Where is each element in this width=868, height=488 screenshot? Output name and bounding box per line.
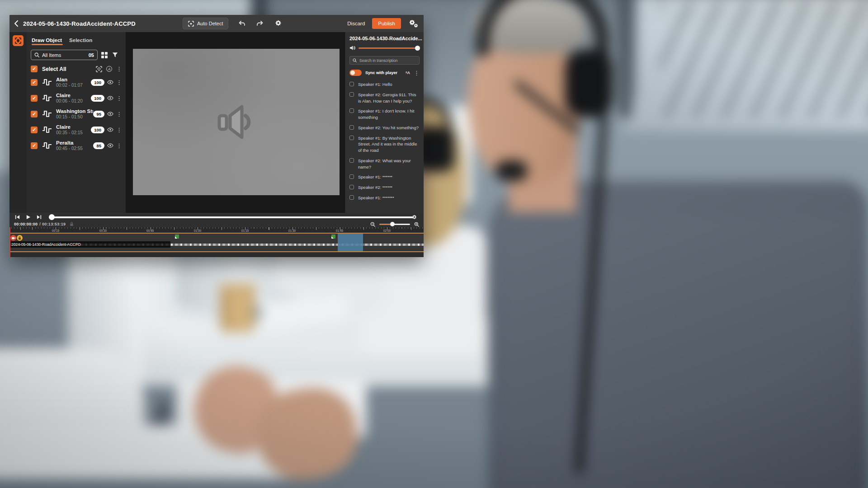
current-timecode: 00:00:00:00	[14, 222, 38, 226]
timeline-ruler[interactable]: 00:15 00:30 00:45 01:00 01:15 01:30 01:4…	[9, 227, 424, 233]
step-forward-icon[interactable]	[36, 214, 42, 221]
playback-progress-slider[interactable]	[49, 213, 413, 221]
step-back-icon[interactable]	[14, 214, 21, 221]
auto-detect-button[interactable]: Auto Detect	[183, 18, 228, 29]
timeline-settings-gear-icon[interactable]	[410, 214, 418, 221]
object-row-claire-1[interactable]: ✓ Claire 00:06 - 01:20 100 ⋮	[31, 93, 122, 103]
kebab-menu-icon[interactable]: ⋮	[116, 80, 122, 85]
timeline-zoom-thumb[interactable]	[390, 222, 395, 226]
timeline-zoom-slider[interactable]	[379, 224, 410, 225]
row-checkbox[interactable]: ✓	[31, 127, 38, 133]
publish-button[interactable]: Publish	[372, 18, 401, 29]
filter-icon[interactable]	[111, 51, 119, 59]
eye-icon[interactable]	[107, 96, 113, 100]
waveform-icon	[42, 77, 52, 87]
transcript-checkbox[interactable]	[349, 185, 354, 189]
kebab-menu-icon[interactable]: ⋮	[414, 70, 420, 76]
sync-with-player-toggle[interactable]	[349, 70, 362, 76]
object-row-claire-2[interactable]: ✓ Claire 00:35 - 02:15 100 ⋮	[31, 124, 122, 135]
redo-icon[interactable]	[255, 19, 264, 28]
kebab-menu-icon[interactable]: ⋮	[116, 66, 122, 72]
audio-track[interactable]: 2024-05-06-1430-RoadAccident-ACCPD	[9, 233, 424, 252]
transcript-line[interactable]: Speaker #1: Hello	[349, 81, 420, 88]
transcript-checkbox[interactable]	[349, 82, 354, 86]
timeline-marker-green[interactable]	[331, 235, 335, 239]
object-row-peralta[interactable]: ✓ Peralta 00:45 - 02:55 85 ⋮	[31, 140, 122, 151]
transcript-line[interactable]: Speaker #1: I don't know. I hit somethin…	[349, 108, 420, 121]
items-count: 05	[89, 52, 94, 58]
transcript-line[interactable]: Speaker #2: You hit something?	[349, 125, 420, 131]
tab-selection[interactable]: Selection	[69, 38, 92, 45]
object-row-washington-street[interactable]: ✓ Washington Street 00:15 - 01:50 95 ⋮	[31, 108, 122, 119]
scan-icon[interactable]	[96, 66, 102, 72]
row-checkbox[interactable]: ✓	[31, 79, 38, 86]
eye-icon[interactable]	[107, 143, 113, 148]
eye-icon[interactable]	[107, 127, 113, 132]
waveform-icon	[42, 93, 52, 103]
player-timeline-zone: 00:00:00:00 / 00:13:53:19	[9, 213, 424, 257]
items-filter-box[interactable]: All Items 05	[31, 50, 98, 60]
back-button[interactable]	[9, 15, 23, 32]
confidence-badge: 85	[93, 142, 104, 149]
discard-button[interactable]: Discard	[347, 21, 365, 26]
object-row-alan[interactable]: ✓ Alan 00:02 - 01:07 100 ⋮	[31, 77, 122, 88]
row-checkbox[interactable]: ✓	[31, 142, 38, 149]
timeline-marker-green[interactable]	[175, 235, 179, 239]
speaker-volume-icon[interactable]	[349, 45, 355, 51]
play-icon[interactable]	[25, 214, 32, 221]
waveform-icon	[42, 109, 52, 119]
transcript-line[interactable]: Speaker #1: *******	[349, 195, 420, 201]
search-icon	[353, 58, 357, 62]
transcript-checkbox[interactable]	[349, 158, 354, 163]
playhead[interactable]	[9, 227, 10, 257]
select-all-checkbox[interactable]: ✓	[31, 66, 38, 72]
kebab-menu-icon[interactable]: ⋮	[116, 111, 122, 117]
annotation-app-window: 2024-05-06-1430-RoadAccident-ACCPD Auto …	[9, 15, 424, 257]
transcript-checkbox[interactable]	[349, 195, 354, 200]
settings-gear-icon[interactable]	[274, 19, 283, 28]
kebab-menu-icon[interactable]: ⋮	[116, 143, 122, 149]
advanced-settings-gears-icon[interactable]	[408, 19, 419, 28]
transcription-search-input[interactable]	[359, 58, 416, 63]
transcript-checkbox[interactable]	[349, 125, 354, 130]
volume-slider-thumb[interactable]	[415, 46, 420, 51]
row-checkbox[interactable]: ✓	[31, 111, 38, 117]
select-all-row: ✓ Select All A ⋮	[31, 66, 122, 72]
confidence-badge: 100	[91, 127, 104, 133]
transcription-search-box[interactable]	[349, 56, 420, 65]
audio-only-speaker-icon	[215, 101, 258, 143]
transcript-checkbox[interactable]	[349, 92, 354, 97]
transcription-title: 2024-05-06-1430-RoadAccide...	[349, 36, 420, 41]
volume-slider[interactable]	[359, 47, 420, 49]
playback-progress-thumb[interactable]	[49, 214, 55, 220]
translate-icon[interactable]: ᵃA	[406, 70, 410, 75]
undo-icon[interactable]	[237, 19, 246, 28]
kebab-menu-icon[interactable]: ⋮	[116, 127, 122, 133]
zoom-in-icon[interactable]	[413, 221, 420, 228]
transcript-line[interactable]: Speaker #1: By Washington Street. And it…	[349, 135, 420, 154]
transcript-line[interactable]: Speaker #2: ******	[349, 184, 420, 191]
document-title: 2024-05-06-1430-RoadAccident-ACCPD	[23, 20, 136, 27]
kebab-menu-icon[interactable]: ⋮	[116, 95, 122, 101]
search-icon	[34, 52, 39, 57]
auto-label-icon[interactable]: A	[106, 66, 112, 72]
zoom-out-icon[interactable]	[369, 221, 376, 228]
transcript-line[interactable]: Speaker #1: ******	[349, 174, 420, 180]
lock-badge-icon	[17, 235, 23, 241]
total-duration: / 00:13:53:19	[39, 222, 66, 226]
eye-icon[interactable]	[107, 112, 113, 116]
transcript-checkbox[interactable]	[349, 174, 354, 179]
transcript-line[interactable]: Speaker #2: Gerogia 911. This is Alan. H…	[349, 92, 420, 104]
video-frame[interactable]	[133, 49, 340, 195]
row-checkbox[interactable]: ✓	[31, 95, 38, 102]
transcript-line[interactable]: Speaker #2: What was your name?	[349, 158, 420, 170]
transcript-checkbox[interactable]	[349, 108, 354, 113]
eye-icon[interactable]	[107, 80, 113, 84]
tab-draw-object[interactable]: Draw Object	[32, 38, 62, 45]
waveform-icon	[42, 125, 52, 135]
panel-tabs: Draw Object Selection	[32, 38, 122, 45]
grid-view-icon[interactable]	[101, 52, 108, 58]
transcript-checkbox[interactable]	[349, 136, 354, 140]
timeline-selection-region[interactable]	[338, 234, 363, 251]
draw-object-tool-button[interactable]	[13, 35, 24, 46]
